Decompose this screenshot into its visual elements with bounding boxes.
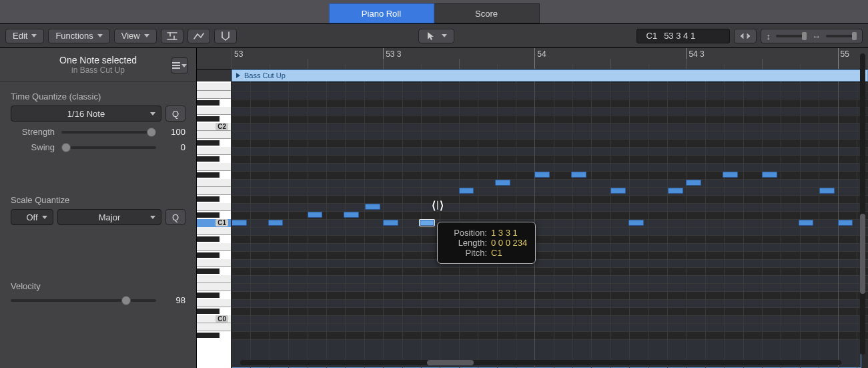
vertical-zoom-icon — [767, 30, 771, 42]
tooltip-len-label: Length: — [446, 238, 487, 248]
chevron-down-icon — [144, 34, 149, 37]
horizontal-zoom-icon — [812, 30, 821, 42]
scale-quantize-status-select[interactable]: Off — [11, 209, 53, 225]
time-quantize-label: Time Quantize (classic) — [11, 91, 185, 102]
ruler-label: 53 — [232, 49, 243, 59]
midi-note[interactable] — [762, 172, 777, 178]
midi-note[interactable] — [838, 220, 853, 226]
selection-subtitle: in Bass Cut Up — [0, 65, 196, 75]
vertical-zoom-slider[interactable] — [776, 35, 807, 37]
midi-note[interactable] — [534, 172, 550, 178]
swing-slider[interactable] — [61, 146, 156, 149]
strength-label: Strength — [11, 127, 55, 137]
toolbar: Edit Functions View C1 53 3 4 1 — [0, 24, 868, 48]
midi-note[interactable] — [268, 220, 284, 226]
midi-note[interactable] — [723, 172, 738, 178]
midi-note[interactable] — [344, 212, 359, 218]
horizontal-scrollbar[interactable] — [240, 360, 841, 365]
time-ruler[interactable]: 5353 35454 355 — [197, 48, 868, 69]
inspector-sidebar: One Note selected in Bass Cut Up Time Qu… — [0, 48, 197, 368]
tab-score[interactable]: Score — [434, 3, 540, 23]
quantize-button[interactable]: Q — [165, 106, 185, 122]
scale-quantize-label: Scale Quantize — [11, 195, 185, 205]
edit-menu-label: Edit — [13, 31, 27, 41]
automation-button[interactable] — [187, 29, 210, 43]
chevron-down-icon — [42, 216, 47, 219]
tooltip-pos-value: 1 3 3 1 — [491, 228, 518, 238]
midi-note[interactable] — [628, 220, 644, 226]
view-tabs-bar: Piano Roll Score — [0, 0, 868, 24]
key-label: C2 — [215, 123, 228, 130]
midi-note[interactable] — [819, 188, 835, 194]
chevron-down-icon — [442, 34, 447, 37]
ruler-label: 53 3 — [383, 49, 401, 59]
note-grid[interactable] — [232, 81, 868, 368]
swing-value: 0 — [163, 142, 185, 152]
note-tooltip: Position:1 3 3 1 Length:0 0 0 234 Pitch:… — [437, 222, 536, 264]
velocity-label: Velocity — [11, 281, 185, 291]
time-quantize-value: 1/16 Note — [67, 109, 105, 119]
midi-note[interactable] — [495, 180, 510, 186]
play-icon — [236, 73, 240, 78]
midi-note[interactable] — [571, 172, 586, 178]
vertical-scrollbar[interactable] — [860, 53, 865, 355]
chevron-down-icon — [181, 64, 187, 67]
chevron-down-icon — [150, 112, 155, 116]
edit-menu[interactable]: Edit — [5, 29, 44, 43]
midi-note[interactable] — [383, 220, 398, 226]
functions-menu-label: Functions — [55, 31, 93, 41]
tooltip-pitch-value: C1 — [491, 248, 502, 258]
midi-note[interactable] — [459, 188, 474, 194]
strength-slider[interactable] — [61, 131, 156, 134]
horizontal-zoom-slider[interactable] — [826, 35, 857, 37]
note-info-display: C1 53 3 4 1 — [636, 29, 730, 43]
strength-value: 100 — [163, 127, 185, 137]
resize-cursor-icon: ⟨⎮⟩ — [432, 199, 444, 212]
midi-note[interactable] — [686, 180, 701, 186]
pointer-tool-menu[interactable] — [418, 29, 454, 43]
tooltip-pitch-label: Pitch: — [446, 248, 487, 258]
info-position: 53 3 4 1 — [664, 31, 695, 41]
region-header[interactable]: Bass Cut Up — [232, 69, 868, 81]
link-icon — [739, 31, 751, 41]
key-label: C0 — [215, 315, 228, 323]
midi-note[interactable] — [365, 204, 380, 210]
midi-in-button[interactable] — [214, 29, 237, 43]
midi-note[interactable] — [610, 188, 626, 194]
velocity-slider[interactable] — [11, 299, 156, 302]
midi-note[interactable] — [799, 220, 814, 226]
zoom-controls — [761, 29, 863, 43]
region-name: Bass Cut Up — [244, 71, 286, 79]
velocity-value: 98 — [163, 295, 185, 305]
piano-keyboard[interactable]: C2C1C0 — [197, 81, 232, 368]
time-quantize-select[interactable]: 1/16 Note — [11, 106, 161, 122]
catch-icon — [166, 31, 178, 41]
tooltip-pos-label: Position: — [446, 228, 487, 238]
midi-note[interactable] — [308, 212, 323, 218]
scale-quantize-button[interactable]: Q — [165, 209, 185, 225]
chevron-down-icon — [150, 216, 155, 219]
tab-piano-roll[interactable]: Piano Roll — [329, 3, 434, 23]
scale-quantize-scale: Major — [99, 212, 121, 222]
swing-label: Swing — [11, 142, 55, 152]
view-menu[interactable]: View — [114, 29, 157, 43]
midi-note[interactable] — [232, 220, 247, 226]
scale-quantize-status: Off — [26, 212, 37, 222]
event-list-button[interactable] — [171, 57, 188, 73]
link-button[interactable] — [734, 29, 757, 43]
piano-roll-editor: 5353 35454 355 Bass Cut Up C2C1C0 Positi… — [197, 48, 868, 368]
key-label: C1 — [215, 219, 228, 226]
selection-title: One Note selected — [0, 55, 196, 65]
midi-note[interactable] — [668, 188, 683, 194]
functions-menu[interactable]: Functions — [48, 29, 109, 43]
ruler-label: 54 3 — [686, 49, 704, 59]
midi-note[interactable] — [420, 220, 435, 226]
scale-quantize-scale-select[interactable]: Major — [57, 209, 161, 225]
catch-playhead-button[interactable] — [161, 29, 183, 43]
midi-in-icon — [220, 31, 232, 41]
pointer-icon — [426, 31, 438, 41]
view-menu-label: View — [121, 31, 140, 41]
info-pitch: C1 — [646, 31, 658, 41]
list-icon — [172, 62, 180, 69]
automation-icon — [193, 31, 205, 41]
